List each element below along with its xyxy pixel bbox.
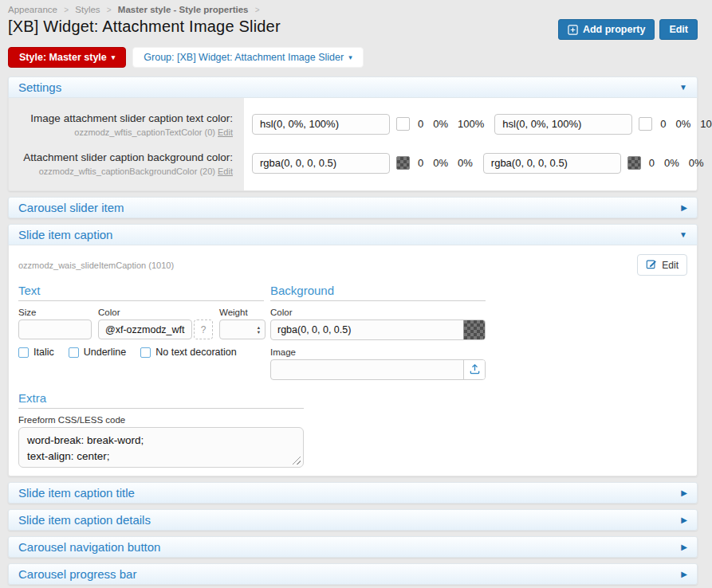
slide-item-caption-title-header[interactable]: Slide item caption title ▶ — [8, 482, 698, 504]
color-stats: 0 0% 100% — [418, 118, 484, 130]
style-selector-button[interactable]: Style: Master style ▾ — [8, 47, 126, 68]
add-property-button[interactable]: Add property — [558, 19, 655, 40]
color-stats: 0 0% 0% — [649, 157, 704, 169]
property-meta-name: ozzmodz_wftis_captionBackgroundColor (20… — [39, 167, 215, 176]
slide-item-caption-header[interactable]: Slide item caption ▼ — [8, 224, 698, 245]
hue-value: 0 — [418, 157, 423, 169]
background-image-label: Image — [270, 347, 486, 357]
property-row-caption-text-color: Image attachment slider caption text col… — [9, 104, 697, 143]
breadcrumb-separator: > — [64, 6, 69, 14]
settings-section-header[interactable]: Settings ▼ — [8, 76, 698, 98]
background-color-field: Color — [270, 308, 486, 340]
background-image-field: Image — [270, 347, 486, 380]
carousel-slider-item-header[interactable]: Carousel slider item ▶ — [8, 197, 698, 218]
section-title: Slide item caption — [18, 228, 112, 241]
property-label: Image attachment slider caption text col… — [17, 111, 233, 126]
property-controls: 0 0% 0% 0 0% 0% — [244, 153, 704, 174]
property-label-block: Image attachment slider caption text col… — [9, 111, 244, 137]
lightness-value: 100% — [458, 118, 484, 130]
section-title: Carousel progress bar — [18, 567, 136, 581]
carousel-progress-bar-header[interactable]: Carousel progress bar ▶ — [8, 563, 698, 585]
section-title: Carousel navigation button — [18, 540, 160, 554]
hue-value: 0 — [660, 118, 666, 130]
text-color-input[interactable] — [98, 319, 192, 339]
slide-item-caption-details-header[interactable]: Slide item caption details ▶ — [8, 509, 698, 531]
section-title: Slide item caption details — [18, 513, 151, 527]
settings-section-body: Image attachment slider caption text col… — [8, 98, 698, 191]
freeform-css-textarea[interactable]: word-break: break-word; text-align: cent… — [18, 427, 304, 468]
checkbox-box[interactable] — [18, 347, 29, 358]
saturation-value: 0% — [433, 157, 448, 169]
checkbox-box[interactable] — [140, 347, 151, 358]
color-preview-swatch[interactable] — [627, 156, 641, 170]
breadcrumb-style-properties[interactable]: Master style - Style properties — [118, 5, 249, 14]
property-meta: ozzmodz_wftis_captionTextColor (0) Edit — [17, 127, 233, 137]
italic-label: Italic — [33, 347, 54, 358]
size-input[interactable] — [18, 319, 92, 339]
color-help-button[interactable]: ? — [194, 319, 213, 339]
carousel-navigation-button-section: Carousel navigation button ▶ — [8, 536, 698, 558]
slide-item-caption-section: Slide item caption ▼ ozzmodz_wais_slideI… — [8, 224, 698, 476]
color-value-input[interactable] — [252, 153, 390, 174]
slide-item-caption-details-section: Slide item caption details ▶ — [8, 509, 698, 531]
lightness-value: 100% — [700, 118, 712, 130]
property-edit-link[interactable]: Edit — [218, 167, 233, 176]
underline-label: Underline — [84, 347, 127, 358]
property-edit-link[interactable]: Edit — [218, 127, 233, 137]
caret-right-icon: ▶ — [681, 543, 687, 551]
color-value-input[interactable] — [494, 114, 632, 135]
background-color-input[interactable] — [271, 320, 463, 339]
property-label: Attachment slider caption background col… — [17, 150, 233, 165]
lightness-value: 0% — [458, 157, 473, 169]
underline-checkbox[interactable]: Underline — [69, 347, 127, 358]
color-value-input[interactable] — [483, 153, 621, 174]
group-selector-button[interactable]: Group: [XB] Widget: Attachment Image Sli… — [132, 47, 363, 68]
extra-group: Extra Freeform CSS/LESS code word-break:… — [18, 391, 304, 468]
freeform-css-wrap: word-break: break-word; text-align: cent… — [18, 427, 304, 468]
title-row: [XB] Widget: Attachment Image Slider Add… — [8, 18, 698, 40]
caption-edit-button[interactable]: Edit — [637, 254, 687, 276]
italic-checkbox[interactable]: Italic — [18, 347, 54, 358]
no-text-decoration-checkbox[interactable]: No text decoration — [140, 347, 236, 358]
caret-down-icon: ▾ — [112, 53, 116, 61]
hue-value: 0 — [649, 157, 655, 169]
caret-right-icon: ▶ — [681, 488, 687, 497]
caret-right-icon: ▶ — [681, 570, 687, 578]
upload-button[interactable] — [463, 360, 485, 379]
edit-button-label: Edit — [669, 24, 688, 35]
weight-field-block: Weight ▴ ▾ — [219, 308, 266, 339]
saturation-value: 0% — [664, 157, 679, 169]
caret-down-icon: ▼ — [679, 230, 687, 239]
caption-meta-row: ozzmodz_wais_slideItemCaption (1010) Edi… — [18, 254, 687, 276]
section-title: Carousel slider item — [18, 201, 124, 214]
property-controls: 0 0% 100% 0 0% 100% — [244, 114, 712, 135]
weight-select[interactable]: ▴ ▾ — [219, 319, 266, 339]
color-preview-swatch[interactable] — [396, 117, 410, 131]
color-preview-swatch[interactable] — [639, 117, 652, 131]
breadcrumb-appearance[interactable]: Appearance — [8, 5, 57, 14]
background-group: Background Color Image — [270, 284, 486, 380]
settings-section: Settings ▼ Image attachment slider capti… — [8, 76, 698, 191]
add-property-label: Add property — [583, 24, 645, 35]
color-stats: 0 0% 0% — [418, 157, 473, 169]
breadcrumb-separator: > — [255, 6, 260, 14]
checkbox-box[interactable] — [69, 347, 79, 358]
breadcrumb-styles[interactable]: Styles — [75, 5, 100, 14]
lightness-value: 0% — [689, 157, 704, 169]
caret-right-icon: ▶ — [681, 515, 687, 524]
caption-edit-label: Edit — [662, 260, 679, 271]
breadcrumb: Appearance > Styles > Master style - Sty… — [8, 5, 698, 14]
style-selector-label: Style: Master style — [19, 52, 107, 63]
text-group-heading: Text — [18, 284, 264, 301]
color-preview-swatch[interactable] — [396, 156, 410, 170]
background-color-swatch[interactable] — [463, 320, 485, 339]
color-field-block: Color ? — [98, 308, 213, 339]
carousel-navigation-button-header[interactable]: Carousel navigation button ▶ — [8, 536, 698, 558]
no-text-decoration-label: No text decoration — [155, 347, 236, 358]
add-property-icon — [568, 25, 578, 35]
background-image-input[interactable] — [271, 360, 463, 379]
caption-columns: Text Size Color ? — [18, 284, 687, 380]
style-chooser-row: Style: Master style ▾ Group: [XB] Widget… — [8, 47, 698, 68]
color-value-input[interactable] — [252, 114, 390, 135]
edit-button[interactable]: Edit — [659, 19, 698, 40]
